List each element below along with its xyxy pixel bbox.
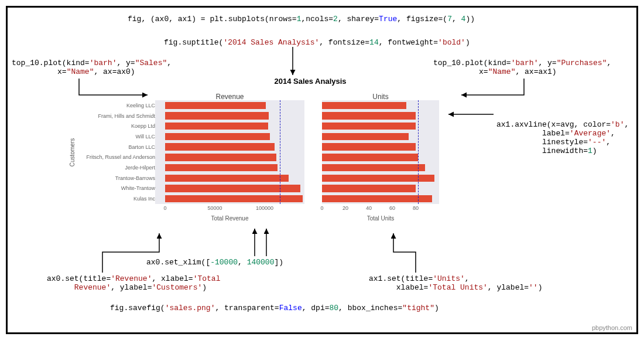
category-label: Will LLC bbox=[135, 134, 155, 140]
arrow-xlim bbox=[234, 224, 275, 259]
x-tick: 40 bbox=[366, 205, 372, 211]
bars-area bbox=[155, 100, 304, 204]
x-tick: 0 bbox=[163, 205, 166, 211]
category-label: Fritsch, Russel and Anderson bbox=[86, 154, 155, 160]
bar-row bbox=[155, 121, 304, 131]
code-subplots: fig, (ax0, ax1) = plt.subplots(nrows=1,n… bbox=[128, 15, 475, 23]
arrow-plot-right bbox=[457, 77, 527, 107]
bar bbox=[165, 112, 269, 119]
bar-row bbox=[322, 173, 439, 183]
subplot-units: Units 020406080 Total Units bbox=[322, 94, 439, 220]
chart-figure: 2014 Sales Analysis Revenue 050000100000… bbox=[155, 86, 465, 226]
bar bbox=[165, 164, 278, 171]
x-ticks: 050000100000 bbox=[155, 205, 304, 212]
bar bbox=[322, 143, 416, 150]
average-line bbox=[418, 100, 419, 204]
bar bbox=[165, 102, 266, 109]
code-plot-left: top_10.plot(kind='barh', y="Sales", x="N… bbox=[12, 59, 172, 76]
bar bbox=[322, 133, 409, 140]
code-axvline: ax1.axvline(x=avg, color='b', label='Ave… bbox=[496, 120, 629, 155]
bar-row bbox=[322, 193, 439, 204]
bar bbox=[165, 123, 268, 130]
bar bbox=[165, 154, 276, 161]
category-label: Frami, Hills and Schmidt bbox=[98, 113, 155, 119]
arrow-axvline bbox=[444, 106, 495, 123]
code-ax0-set: ax0.set(title='Revenue', xlabel='Total R… bbox=[47, 274, 220, 292]
category-label: Koepp Ltd bbox=[131, 123, 155, 129]
bar bbox=[165, 185, 300, 192]
x-ticks: 020406080 bbox=[322, 205, 439, 212]
bars-area bbox=[322, 100, 439, 204]
x-axis-label: Total Revenue bbox=[211, 215, 249, 222]
x-tick: 100000 bbox=[256, 205, 273, 211]
bar bbox=[165, 195, 303, 202]
bar-row bbox=[322, 131, 439, 142]
category-label: White-Trantow bbox=[121, 185, 155, 191]
code-plot-right: top_10.plot(kind='barh', y="Purchases", … bbox=[433, 59, 611, 76]
category-labels: Keeling LLCFrami, Hills and SchmidtKoepp… bbox=[73, 100, 155, 204]
bar-row bbox=[155, 183, 304, 194]
bar bbox=[165, 175, 289, 182]
category-label: Barton LLC bbox=[128, 144, 155, 150]
x-tick: 0 bbox=[320, 205, 323, 211]
bar bbox=[322, 195, 432, 202]
bar-row bbox=[322, 162, 439, 173]
arrow-suptitle bbox=[284, 46, 302, 80]
subplot-title: Revenue bbox=[215, 93, 244, 101]
bar-row bbox=[155, 193, 304, 204]
subplot-title: Units bbox=[372, 93, 388, 101]
code-xlim: ax0.set_xlim([-10000, 140000]) bbox=[146, 258, 283, 267]
bar-row bbox=[322, 121, 439, 131]
bar bbox=[322, 185, 416, 192]
bar bbox=[322, 112, 416, 119]
bar-row bbox=[322, 111, 439, 121]
bar-row bbox=[155, 152, 304, 163]
arrow-ax1-set bbox=[386, 229, 427, 276]
bar-row bbox=[155, 162, 304, 173]
bar bbox=[322, 102, 406, 109]
arrow-ax0-set bbox=[100, 229, 164, 276]
code-savefig: fig.savefig('sales.png', transparent=Fal… bbox=[110, 304, 439, 312]
bar-row bbox=[155, 100, 304, 111]
x-tick: 60 bbox=[389, 205, 395, 211]
arrow-plot-left bbox=[76, 77, 152, 107]
category-label: Trantow-Barrows bbox=[115, 175, 155, 181]
bar-row bbox=[322, 100, 439, 111]
bar bbox=[165, 143, 275, 150]
x-tick: 50000 bbox=[207, 205, 222, 211]
subplot-revenue: Revenue 050000100000 Total Revenue bbox=[155, 94, 304, 220]
bar bbox=[322, 164, 425, 171]
x-axis-label: Total Units bbox=[367, 215, 395, 222]
bar-row bbox=[322, 183, 439, 194]
x-tick: 80 bbox=[413, 205, 419, 211]
category-label: Kulas Inc bbox=[133, 196, 155, 202]
watermark: pbpython.com bbox=[592, 324, 632, 331]
bar-row bbox=[155, 173, 304, 183]
x-tick: 20 bbox=[342, 205, 348, 211]
bar bbox=[165, 133, 270, 140]
category-label: Jerde-Hilpert bbox=[125, 165, 155, 171]
bar bbox=[322, 154, 418, 161]
code-ax1-set: ax1.set(title='Units', xlabel='Total Uni… bbox=[369, 274, 542, 292]
bar-row bbox=[322, 152, 439, 163]
bar bbox=[322, 123, 416, 130]
bar-row bbox=[155, 111, 304, 121]
bar-row bbox=[155, 131, 304, 142]
bar-row bbox=[155, 142, 304, 152]
average-line bbox=[280, 100, 280, 204]
code-suptitle: fig.suptitle('2014 Sales Analysis', font… bbox=[164, 38, 470, 47]
bar-row bbox=[322, 142, 439, 152]
